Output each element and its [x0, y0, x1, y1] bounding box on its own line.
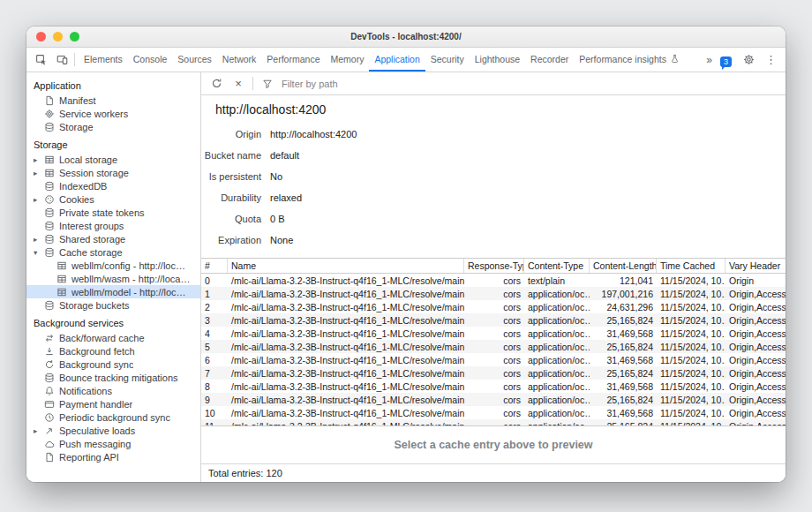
meta-row-durability: Durabilityrelaxed: [201, 187, 786, 208]
sidebar-item-cache-storage[interactable]: ▾Cache storage: [26, 245, 200, 259]
sidebar-item-indexeddb[interactable]: IndexedDB: [26, 179, 200, 192]
tab-label: Performance: [267, 54, 320, 64]
sidebar-item-private-state-tokens[interactable]: Private state tokens: [26, 206, 200, 219]
table-row[interactable]: 0/mlc-ai/Llama-3.2-3B-Instruct-q4f16_1-M…: [201, 274, 786, 287]
tab-performance-insights[interactable]: Performance insights: [574, 48, 685, 72]
sidebar-item-cookies[interactable]: ▸Cookies: [26, 192, 200, 206]
sidebar-item-label: webllm/wasm - http://loca…: [71, 274, 190, 284]
sidebar-item-periodic-background-sync[interactable]: Periodic background sync: [26, 410, 200, 424]
chevron-right-icon[interactable]: ▸: [34, 235, 43, 244]
sidebar-item-webllm-wasm-http-loca[interactable]: webllm/wasm - http://loca…: [26, 272, 200, 285]
sidebar-item-label: Interest groups: [59, 221, 124, 231]
sidebar-item-bounce-tracking-mitigations[interactable]: Bounce tracking mitigations: [26, 371, 200, 384]
tab-console[interactable]: Console: [128, 48, 173, 72]
sidebar-item-storage[interactable]: Storage: [26, 120, 200, 133]
sidebar-item-reporting-api[interactable]: Reporting API: [26, 450, 200, 463]
table-row[interactable]: 4/mlc-ai/Llama-3.2-3B-Instruct-q4f16_1-M…: [201, 327, 786, 340]
column-header-content-type[interactable]: Content-Type: [524, 259, 590, 273]
table-row[interactable]: 8/mlc-ai/Llama-3.2-3B-Instruct-q4f16_1-M…: [201, 380, 786, 393]
sidebar-item-label: Storage buckets: [59, 300, 130, 311]
column-header-content-length[interactable]: Content-Length: [590, 259, 657, 273]
table-row[interactable]: 2/mlc-ai/Llama-3.2-3B-Instruct-q4f16_1-M…: [201, 300, 786, 313]
filter-by-path-input[interactable]: Filter by path: [282, 79, 338, 89]
sidebar-item-push-messaging[interactable]: Push messaging: [26, 437, 200, 450]
sidebar-item-shared-storage[interactable]: ▸Shared storage: [26, 232, 200, 245]
table-row[interactable]: 3/mlc-ai/Llama-3.2-3B-Instruct-q4f16_1-M…: [201, 313, 786, 327]
column-header-response-type[interactable]: Response-Type: [464, 259, 524, 273]
cell-response-type: cors: [464, 393, 524, 406]
more-panels-button[interactable]: »: [706, 54, 712, 66]
table-row[interactable]: 5/mlc-ai/Llama-3.2-3B-Instruct-q4f16_1-M…: [201, 340, 786, 353]
cache-storage-pane: × Filter by path http://localhost:4200 O…: [201, 72, 786, 482]
chevron-right-icon[interactable]: ▸: [34, 195, 43, 204]
sidebar-item-background-fetch[interactable]: Background fetch: [26, 344, 200, 358]
sidebar-item-local-storage[interactable]: ▸Local storage: [26, 153, 200, 166]
cell-vary-header: Origin,Access…: [726, 327, 786, 340]
cell-content-type: application/oc…: [524, 340, 590, 353]
cell-name: /mlc-ai/Llama-3.2-3B-Instruct-q4f16_1-ML…: [228, 380, 464, 393]
card-icon: [43, 398, 55, 410]
tab-label: Console: [133, 54, 168, 64]
column-header-name[interactable]: Name: [228, 259, 464, 273]
settings-gear-icon[interactable]: [740, 51, 757, 69]
table-row[interactable]: 9/mlc-ai/Llama-3.2-3B-Instruct-q4f16_1-M…: [201, 393, 786, 406]
table-row[interactable]: 1/mlc-ai/Llama-3.2-3B-Instruct-q4f16_1-M…: [201, 287, 786, 300]
kebab-menu-icon[interactable]: ⋮: [765, 53, 777, 66]
sidebar-item-label: Cookies: [59, 194, 94, 205]
sidebar-item-speculative-loads[interactable]: ▸Speculative loads: [26, 424, 200, 437]
swap-icon: [43, 332, 55, 343]
cell-time-cached: 11/15/2024, 10…: [657, 393, 726, 406]
meta-label: Expiration: [201, 235, 261, 245]
console-messages-badge[interactable]: 3: [720, 52, 732, 68]
inspect-element-icon[interactable]: [32, 51, 49, 69]
table-row[interactable]: 7/mlc-ai/Llama-3.2-3B-Instruct-q4f16_1-M…: [201, 366, 786, 380]
sidebar-item-service-workers[interactable]: Service workers: [26, 107, 200, 120]
cell-: 4: [201, 327, 228, 340]
tab-memory[interactable]: Memory: [325, 48, 369, 72]
cell-content-length: 25,165,824: [590, 393, 657, 406]
chevron-right-icon[interactable]: ▸: [34, 426, 43, 435]
sidebar-item-webllm-model-http-loc[interactable]: webllm/model - http://loc…: [26, 285, 200, 298]
refresh-icon[interactable]: [208, 76, 224, 92]
minimize-window-button[interactable]: [53, 32, 63, 41]
sidebar-item-storage-buckets[interactable]: Storage buckets: [26, 298, 200, 312]
chevron-right-icon[interactable]: ▸: [34, 155, 43, 164]
zoom-window-button[interactable]: [70, 32, 79, 41]
sidebar-item-manifest[interactable]: Manifest: [26, 94, 200, 107]
document-icon: [43, 94, 55, 106]
tab-label: Recorder: [530, 54, 568, 64]
sidebar-item-interest-groups[interactable]: Interest groups: [26, 219, 200, 232]
tab-elements[interactable]: Elements: [79, 48, 128, 72]
table-row[interactable]: 10/mlc-ai/Llama-3.2-3B-Instruct-q4f16_1-…: [201, 406, 786, 419]
close-window-button[interactable]: [36, 32, 46, 41]
table-row[interactable]: 11/mlc-ai/Llama-3.2-3B-Instruct-q4f16_1-…: [201, 419, 786, 425]
tab-performance[interactable]: Performance: [261, 48, 325, 72]
tab-lighthouse[interactable]: Lighthouse: [470, 48, 525, 72]
devtools-tabbar: ElementsConsoleSourcesNetworkPerformance…: [26, 48, 786, 72]
device-toolbar-icon[interactable]: [53, 51, 71, 69]
sidebar-item-background-sync[interactable]: Background sync: [26, 358, 200, 371]
table-row[interactable]: 6/mlc-ai/Llama-3.2-3B-Instruct-q4f16_1-M…: [201, 353, 786, 366]
delete-selected-icon[interactable]: ×: [230, 76, 246, 92]
sidebar-item-session-storage[interactable]: ▸Session storage: [26, 166, 200, 179]
meta-row-quota: Quota0 B: [201, 208, 786, 230]
chevron-down-icon[interactable]: ▾: [34, 248, 43, 257]
tab-network[interactable]: Network: [217, 48, 262, 72]
sidebar-item-payment-handler[interactable]: Payment handler: [26, 397, 200, 410]
sidebar-item-back-forward-cache[interactable]: Back/forward cache: [26, 331, 200, 344]
column-header-time-cached[interactable]: Time Cached: [657, 259, 726, 273]
cell-time-cached: 11/15/2024, 10…: [657, 274, 726, 287]
tab-security[interactable]: Security: [425, 48, 470, 72]
tab-application[interactable]: Application: [369, 48, 425, 72]
tab-recorder[interactable]: Recorder: [525, 48, 574, 72]
sidebar-item-webllm-config-http-loc[interactable]: webllm/config - http://loc…: [26, 259, 200, 272]
cell-: 8: [201, 380, 228, 393]
tab-sources[interactable]: Sources: [172, 48, 217, 72]
sidebar-item-notifications[interactable]: Notifications: [26, 384, 200, 397]
cell-name: /mlc-ai/Llama-3.2-3B-Instruct-q4f16_1-ML…: [228, 300, 464, 313]
database-icon: [43, 233, 55, 245]
chevron-right-icon[interactable]: ▸: [34, 169, 43, 177]
cell-time-cached: 11/15/2024, 10…: [657, 340, 726, 353]
column-header-vary-header[interactable]: Vary Header: [726, 259, 786, 273]
column-header-[interactable]: #: [201, 259, 228, 273]
